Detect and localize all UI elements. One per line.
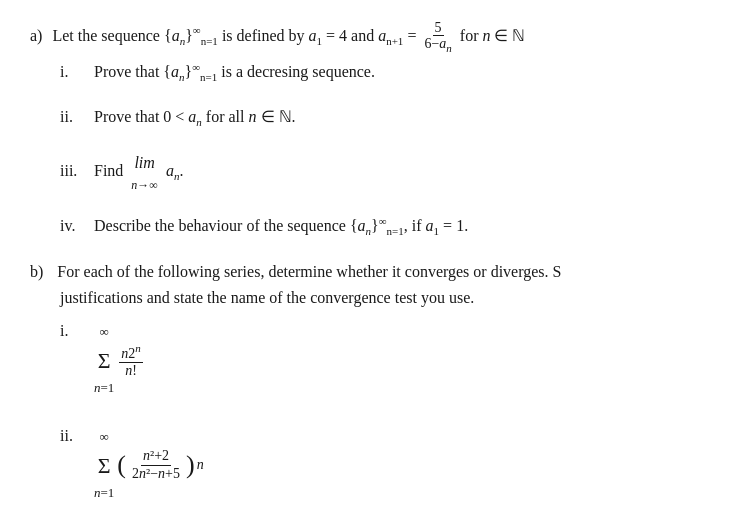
subpart-a-iii: iii. Find lim n→∞ an. [60, 150, 707, 195]
series-i: i. ∞ Σ n=1 n2n n! [60, 318, 707, 399]
part-b-label: b) [30, 263, 43, 280]
part-a-intro: a) Let the sequence {an}∞n=1 is defined … [30, 20, 707, 54]
subpart-a-ii-label: ii. [60, 104, 90, 130]
subpart-a-iii-label: iii. [60, 158, 90, 184]
part-a: a) Let the sequence {an}∞n=1 is defined … [30, 20, 707, 241]
subpart-a-iv: iv. Describe the behaviour of the sequen… [60, 213, 707, 241]
subpart-a-iv-text: Describe the behaviour of the sequence {… [94, 217, 468, 234]
part-b-line2: justifications and state the name of the… [60, 289, 474, 306]
series-i-expr: ∞ Σ n=1 n2n n! [94, 322, 145, 399]
part-b-intro: b) For each of the following series, det… [30, 259, 707, 310]
part-b: b) For each of the following series, det… [30, 259, 707, 504]
subpart-a-iv-label: iv. [60, 213, 90, 239]
subpart-a-i-label: i. [60, 59, 90, 85]
series-i-label: i. [60, 318, 90, 344]
series-ii-expr: ∞ Σ n=1 ( n²+2 2n²−n+5 )n [94, 427, 204, 504]
part-a-text: Let the sequence {an}∞n=1 is defined by … [52, 20, 525, 54]
subpart-a-iii-text: Find lim n→∞ an. [94, 162, 183, 179]
subpart-a-ii-text: Prove that 0 < an for all n ∈ ℕ. [94, 108, 296, 125]
series-ii: ii. ∞ Σ n=1 ( n²+2 2n²−n+5 )n [60, 423, 707, 504]
subpart-a-i-text: Prove that {an}∞n=1 is a decresing seque… [94, 63, 375, 80]
subpart-a-ii: ii. Prove that 0 < an for all n ∈ ℕ. [60, 104, 707, 132]
subpart-a-i: i. Prove that {an}∞n=1 is a decresing se… [60, 58, 707, 86]
part-a-label: a) [30, 27, 42, 45]
part-b-line1: For each of the following series, determ… [57, 263, 561, 280]
series-ii-label: ii. [60, 423, 90, 449]
problem-container: a) Let the sequence {an}∞n=1 is defined … [30, 20, 707, 504]
